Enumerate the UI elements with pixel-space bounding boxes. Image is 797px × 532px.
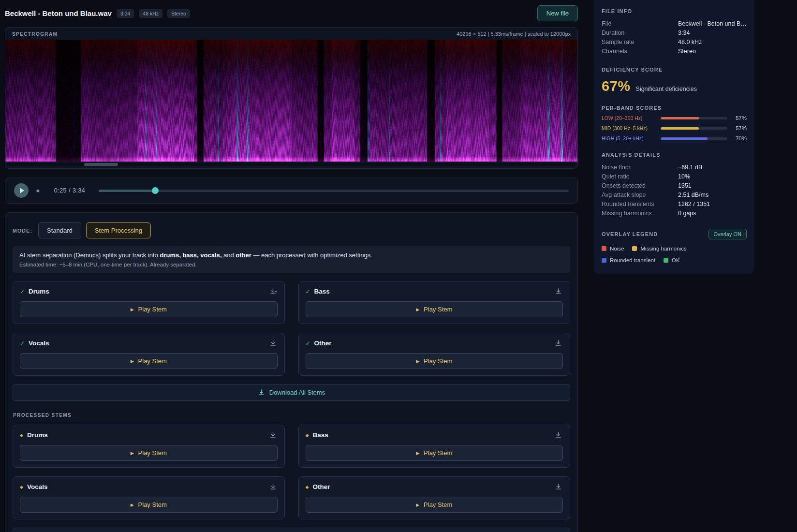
check-icon: ✓ [20, 340, 25, 347]
download-stem-button[interactable] [554, 287, 563, 296]
stop-button[interactable]: ■ [36, 188, 40, 193]
overlay-toggle-button[interactable]: Overlay ON [708, 229, 747, 239]
per-band-section: PER-BAND SCORES LOW (20–300 Hz) 57% MID … [602, 105, 747, 141]
stem-name: Bass [312, 431, 550, 439]
download-icon [269, 483, 277, 490]
play-stem-button[interactable]: ▶Play Stem [20, 445, 278, 461]
app-root: Beckwell - Beton und Blau.wav 3:34 48 kH… [0, 0, 797, 532]
download-icon [555, 288, 562, 295]
per-band-heading: PER-BAND SCORES [602, 105, 747, 111]
mode-stem-processing-button[interactable]: Stem Processing [86, 222, 151, 238]
analysis-details-section: ANALYSIS DETAILS Noise floor−69.1 dB Qui… [602, 152, 747, 218]
play-icon: ▶ [131, 502, 134, 507]
seek-fill [99, 190, 155, 192]
spectrogram-label: SPECTROGRAM [12, 31, 58, 37]
duration-badge: 3:34 [117, 9, 134, 18]
download-icon [555, 340, 562, 347]
play-stem-button[interactable]: ▶Play Stem [306, 301, 563, 317]
download-stem-button[interactable] [554, 339, 563, 348]
play-stem-button[interactable]: ▶Play Stem [20, 301, 278, 317]
download-stem-button[interactable] [268, 287, 278, 296]
spectrogram-image[interactable] [5, 40, 577, 162]
seek-slider[interactable] [99, 190, 569, 192]
download-stem-button[interactable] [268, 430, 278, 440]
download-icon [258, 389, 265, 396]
deficiency-note: Significant deficiencies [636, 86, 697, 92]
spectrogram-scrollbar[interactable] [7, 163, 576, 166]
stem-info-subtext: Estimated time: ~5–8 min (CPU, one-time … [19, 262, 563, 267]
mode-row: MODE: Standard Stem Processing [13, 221, 570, 239]
legend-item-missing-harmonics: Missing harmonics [632, 246, 686, 251]
check-icon: ✓ [20, 288, 25, 295]
noise-swatch [602, 246, 606, 251]
diamond-icon: ◆ [20, 433, 23, 438]
deficiency-heading: DEFICIENCY SCORE [602, 67, 747, 73]
download-stem-button[interactable] [268, 482, 278, 491]
play-icon: ▶ [416, 451, 419, 456]
play-stem-button[interactable]: ▶Play Stem [306, 445, 563, 461]
diamond-icon: ◆ [306, 485, 309, 489]
duration-row: Duration3:34 [602, 29, 747, 38]
stem-card-bass: ✓ Bass ▶Play Stem [298, 281, 571, 324]
deficiency-section: DEFICIENCY SCORE 67% Significant deficie… [602, 67, 747, 94]
spectrogram-scrollbar-thumb[interactable] [84, 163, 118, 166]
seek-thumb[interactable] [152, 187, 159, 194]
stem-name: Bass [314, 288, 550, 295]
stem-card-other: ✓ Other ▶Play Stem [298, 333, 571, 376]
play-icon [20, 188, 24, 193]
check-icon: ✓ [306, 340, 310, 347]
stem-name: Drums [27, 431, 265, 439]
analysis-sidebar: FILE INFO FileBeckwell - Beton und Bl… D… [594, 0, 754, 274]
stem-card-vocals: ✓ Vocals ▶Play Stem [13, 333, 285, 376]
download-icon [555, 431, 562, 439]
play-stem-button[interactable]: ▶Play Stem [20, 497, 278, 513]
processed-stem-card-vocals: ◆ Vocals ▶Play Stem [13, 476, 285, 519]
stem-name: Other [312, 483, 550, 490]
stem-info-text: AI stem separation (Demucs) splits your … [19, 251, 563, 259]
download-stem-button[interactable] [554, 430, 563, 440]
rounded-transients-row: Rounded transients1262 / 1351 [602, 200, 747, 209]
download-all-processed-button[interactable]: Download All Processed Stems [13, 528, 570, 532]
noise-floor-row: Noise floor−69.1 dB [602, 163, 747, 172]
diamond-icon: ◆ [20, 485, 23, 489]
player-bar: ■ 0:25 / 3:34 [5, 177, 578, 204]
stem-name: Vocals [29, 340, 264, 347]
overlay-legend-section: OVERLAY LEGEND Overlay ON Noise Missing … [602, 229, 747, 263]
new-file-button[interactable]: New file [537, 5, 578, 21]
rounded-transient-swatch [602, 258, 606, 263]
play-stem-button[interactable]: ▶Play Stem [20, 353, 278, 369]
top-bar: Beckwell - Beton und Blau.wav 3:34 48 kH… [5, 0, 578, 27]
play-icon: ▶ [131, 451, 134, 456]
diamond-icon: ◆ [306, 433, 309, 438]
missing-harmonics-row: Missing harmonics0 gaps [602, 209, 747, 218]
check-icon: ✓ [306, 288, 310, 295]
download-icon [269, 431, 277, 439]
legend-item-rounded-transient: Rounded transient [602, 257, 655, 263]
file-info-section: FILE INFO FileBeckwell - Beton und Bl… D… [602, 8, 747, 56]
stem-name: Vocals [27, 483, 265, 490]
processing-panel: MODE: Standard Stem Processing AI stem s… [5, 212, 578, 532]
ok-swatch [664, 258, 668, 263]
play-icon: ▶ [416, 307, 419, 312]
play-stem-button[interactable]: ▶Play Stem [306, 497, 563, 513]
main-column: Beckwell - Beton und Blau.wav 3:34 48 kH… [5, 0, 578, 532]
download-stem-button[interactable] [554, 482, 563, 491]
mode-standard-button[interactable]: Standard [38, 222, 81, 238]
download-all-stems-button[interactable]: Download All Stems [13, 384, 570, 401]
download-stem-button[interactable] [268, 339, 278, 348]
play-stem-button[interactable]: ▶Play Stem [306, 353, 563, 369]
processed-stems-grid: ◆ Drums ▶Play Stem ◆ Bass ▶Play Stem [13, 425, 570, 519]
stop-icon: ■ [36, 188, 40, 193]
samplerate-row: Sample rate48.0 kHz [602, 38, 747, 47]
time-display: 0:25 / 3:34 [54, 187, 86, 194]
play-button[interactable] [14, 183, 29, 198]
stem-info-box: AI stem separation (Demucs) splits your … [13, 246, 570, 273]
stem-name: Other [314, 340, 550, 347]
analysis-details-heading: ANALYSIS DETAILS [602, 152, 747, 158]
missing-harmonics-swatch [632, 246, 637, 251]
deficiency-score: 67% [602, 78, 631, 94]
spectrogram-panel: SPECTROGRAM 40298 × 512 | 5.33ms/frame |… [5, 27, 578, 169]
stem-card-drums: ✓ Drums ▶Play Stem [13, 281, 285, 324]
band-row-high: HIGH (5–20+ kHz) 70% [602, 135, 747, 141]
play-icon: ▶ [416, 502, 419, 507]
